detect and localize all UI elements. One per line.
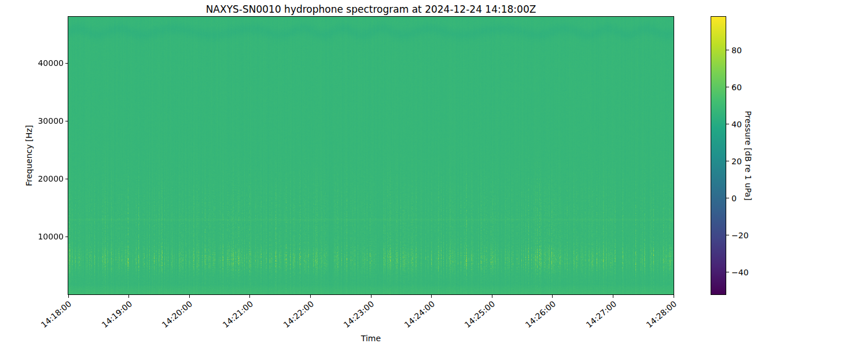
colorbar-tick-label: 20 — [731, 156, 760, 167]
colorbar-tick-mark — [726, 235, 729, 235]
x-tick-label: 14:19:00 — [100, 299, 133, 330]
colorbar-tick-label: 80 — [731, 45, 760, 56]
x-tick-mark — [613, 295, 613, 298]
x-tick-mark — [431, 295, 432, 298]
x-tick-label: 14:20:00 — [160, 299, 194, 330]
x-tick-label: 14:18:00 — [39, 299, 73, 330]
x-tick-mark — [371, 295, 372, 298]
x-tick-mark — [552, 295, 553, 298]
colorbar-tick-label: 60 — [731, 82, 760, 93]
y-tick-label: 40000 — [16, 58, 64, 68]
x-tick-label: 14:22:00 — [281, 299, 315, 330]
colorbar-tick-mark — [726, 272, 729, 272]
x-tick-label: 14:24:00 — [402, 299, 436, 330]
x-tick-label: 14:23:00 — [342, 299, 376, 330]
y-tick-mark — [65, 179, 68, 179]
x-tick-mark — [310, 295, 311, 298]
colorbar-tick-label: −40 — [731, 267, 760, 278]
colorbar-tick-mark — [726, 87, 729, 87]
colorbar-tick-mark — [726, 50, 729, 50]
chart-title: NAXYS-SN0010 hydrophone spectrogram at 2… — [68, 3, 674, 16]
y-axis-label: Frequency [Hz] — [24, 69, 34, 242]
x-tick-label: 14:26:00 — [524, 299, 557, 330]
colorbar-tick-label: 0 — [731, 193, 760, 204]
colorbar — [711, 17, 726, 294]
colorbar-tick-mark — [726, 198, 729, 198]
x-axis-label: Time — [68, 333, 674, 344]
x-tick-mark — [189, 295, 190, 298]
x-tick-mark — [249, 295, 250, 298]
x-tick-mark — [492, 295, 492, 298]
spectrogram-figure: NAXYS-SN0010 hydrophone spectrogram at 2… — [0, 0, 868, 347]
x-tick-label: 14:21:00 — [221, 299, 255, 330]
x-tick-mark — [128, 295, 129, 298]
colorbar-tick-mark — [726, 161, 729, 161]
spectrogram-heatmap — [68, 17, 674, 294]
x-tick-mark — [674, 295, 674, 298]
y-tick-mark — [65, 63, 68, 64]
y-tick-label: 30000 — [16, 116, 64, 126]
x-tick-mark — [68, 295, 69, 298]
colorbar-tick-label: −20 — [731, 230, 760, 241]
x-tick-label: 14:27:00 — [584, 299, 617, 330]
y-tick-mark — [65, 237, 68, 237]
x-tick-label: 14:28:00 — [645, 299, 678, 330]
y-tick-label: 20000 — [16, 174, 64, 184]
colorbar-tick-label: 40 — [731, 119, 760, 130]
y-tick-label: 10000 — [16, 231, 64, 242]
x-tick-label: 14:25:00 — [463, 299, 496, 330]
y-tick-mark — [65, 121, 68, 121]
colorbar-tick-mark — [726, 124, 729, 124]
